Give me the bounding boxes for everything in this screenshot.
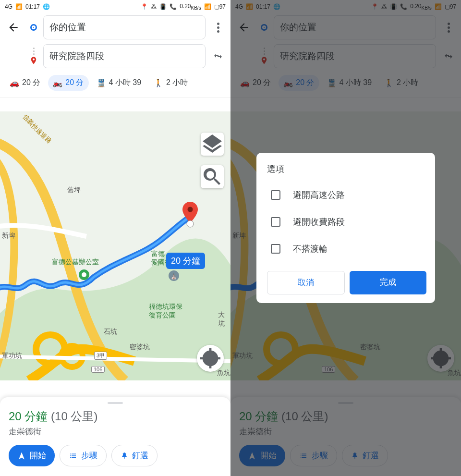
back-button[interactable] [4,18,23,37]
origin-dot-icon [30,24,37,31]
start-navigation-button[interactable]: 開始 [9,445,55,466]
dialog-cancel-button[interactable]: 取消 [267,271,345,294]
screen-left: 4G 📶 01:17 🌐 📍⁂📳📞 0.20KB/s 📶 ▢97 你的位置 [0,0,230,476]
mode-walk[interactable]: 🚶 2 小時 [149,75,193,91]
option-avoid-highways[interactable]: 避開高速公路 [267,182,426,208]
destination-input[interactable]: 研究院路四段 [43,44,206,68]
recenter-button[interactable] [197,345,224,372]
directions-header: 你的位置 研究院路四段 [0,12,230,68]
travel-mode-row: 🚗 20 分 🏍️ 20 分 🚆 4 小時 39 🚶 2 小時 [0,68,230,98]
svg-point-4 [82,272,86,277]
map-canvas[interactable]: ⛪ 信義快速道路 舊埤 新埤 富德公墓辦公室 富德 愛國衛 福德坑環保 復育公園… [0,111,230,380]
route-summary-sheet[interactable]: 20 分鐘 (10 公里) 走崇德街 開始 步驟 釘選 [0,397,230,476]
clock: 01:17 [25,3,40,10]
screen-right: 4G📶01:17🌐 📍⁂📳📞0.20KB/s📶▢97 你的位置 研究院路四段 🚗… [230,0,461,476]
layers-button[interactable] [201,133,224,156]
checkbox-icon[interactable] [271,217,280,227]
origin-input[interactable]: 你的位置 [43,15,206,39]
dialog-title: 選項 [267,163,426,175]
mode-motorcycle[interactable]: 🏍️ 20 分 [48,75,88,91]
route-via: 走崇德街 [9,426,222,437]
steps-button[interactable]: 步驟 [60,445,107,466]
route-time-line: 20 分鐘 (10 公里) [9,409,222,424]
mode-car[interactable]: 🚗 20 分 [5,75,45,91]
pin-button[interactable]: 釘選 [111,445,158,466]
swap-button[interactable] [209,47,227,66]
destination-pin-icon [29,56,38,65]
route-options-dialog: 選項 避開高速公路 避開收費路段 不搭渡輪 取消 完成 [256,153,435,303]
option-avoid-ferries[interactable]: 不搭渡輪 [267,235,426,262]
svg-point-7 [188,207,193,212]
checkbox-icon[interactable] [271,190,280,200]
status-bar: 4G 📶 01:17 🌐 📍⁂📳📞 0.20KB/s 📶 ▢97 [0,0,230,12]
sheet-grabber[interactable] [108,402,123,404]
svg-text:⛪: ⛪ [170,273,177,280]
bluetooth-icon: ⁂ [151,3,157,10]
mode-transit[interactable]: 🚆 4 小時 39 [92,75,146,91]
search-map-button[interactable] [201,165,224,188]
battery: ▢97 [214,3,226,10]
network-label: 4G [5,3,12,10]
svg-point-8 [187,220,194,227]
option-avoid-tolls[interactable]: 避開收費路段 [267,208,426,235]
dialog-done-button[interactable]: 完成 [350,271,426,294]
overflow-menu[interactable] [209,18,227,37]
checkbox-icon[interactable] [271,244,280,254]
route-duration-badge: 20 分鐘 [166,253,205,269]
